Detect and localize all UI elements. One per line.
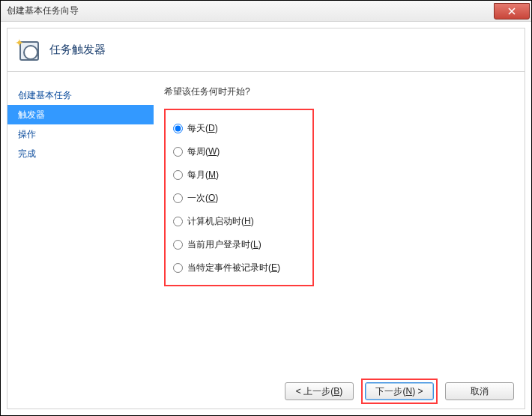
radio-input-weekly[interactable] xyxy=(173,147,183,157)
close-icon xyxy=(508,7,516,15)
task-scheduler-icon: ✦ xyxy=(16,38,40,62)
next-button-highlight: 下一步(N) > xyxy=(361,379,438,404)
sidebar-item-create-task[interactable]: 创建基本任务 xyxy=(7,85,154,105)
sidebar-item-finish[interactable]: 完成 xyxy=(7,144,154,163)
radio-weekly[interactable]: 每周(W) xyxy=(173,145,302,158)
radio-computer-start[interactable]: 计算机启动时(H) xyxy=(173,215,302,228)
radio-daily[interactable]: 每天(D) xyxy=(173,122,302,135)
radio-input-monthly[interactable] xyxy=(173,170,183,180)
back-button[interactable]: < 上一步(B) xyxy=(285,382,354,400)
content-frame: ✦ 任务触发器 创建基本任务 触发器 操作 完成 希望该任务何时开始? 每天(D… xyxy=(7,28,525,409)
radio-label-computer-start: 计算机启动时(H) xyxy=(187,215,254,228)
radio-input-user-logon[interactable] xyxy=(173,240,183,250)
radio-input-event-logged[interactable] xyxy=(173,263,183,273)
radio-once[interactable]: 一次(O) xyxy=(173,192,302,205)
radio-user-logon[interactable]: 当前用户登录时(L) xyxy=(173,238,302,251)
radio-label-once: 一次(O) xyxy=(187,192,218,205)
sidebar: 创建基本任务 触发器 操作 完成 xyxy=(7,72,154,374)
wizard-body: 创建基本任务 触发器 操作 完成 希望该任务何时开始? 每天(D) 每周(W) xyxy=(7,72,525,374)
sidebar-item-trigger[interactable]: 触发器 xyxy=(7,105,154,124)
cancel-button[interactable]: 取消 xyxy=(445,382,514,400)
radio-input-once[interactable] xyxy=(173,193,183,203)
next-button[interactable]: 下一步(N) > xyxy=(365,382,434,400)
trigger-question: 希望该任务何时开始? xyxy=(164,85,514,98)
close-button[interactable] xyxy=(494,3,530,19)
radio-label-event-logged: 当特定事件被记录时(E) xyxy=(187,262,280,274)
titlebar: 创建基本任务向导 xyxy=(1,1,531,22)
page-title: 任务触发器 xyxy=(49,43,106,57)
wizard-footer: < 上一步(B) 下一步(N) > 取消 xyxy=(7,374,525,409)
main-area: 希望该任务何时开始? 每天(D) 每周(W) 每月(M) xyxy=(154,72,525,374)
radio-label-monthly: 每月(M) xyxy=(187,169,219,181)
radio-monthly[interactable]: 每月(M) xyxy=(173,169,302,181)
wizard-header: ✦ 任务触发器 xyxy=(7,28,525,72)
radio-input-daily[interactable] xyxy=(173,124,183,133)
radio-label-weekly: 每周(W) xyxy=(187,145,220,158)
radio-input-computer-start[interactable] xyxy=(173,217,183,226)
radio-label-user-logon: 当前用户登录时(L) xyxy=(187,238,262,251)
wizard-window: 创建基本任务向导 ✦ 任务触发器 创建基本任务 触发器 操作 完成 xyxy=(0,0,532,416)
trigger-radio-group: 每天(D) 每周(W) 每月(M) 一次(O) xyxy=(164,109,314,286)
radio-event-logged[interactable]: 当特定事件被记录时(E) xyxy=(173,262,302,274)
window-title: 创建基本任务向导 xyxy=(7,4,79,17)
sidebar-item-action[interactable]: 操作 xyxy=(7,124,154,144)
radio-label-daily: 每天(D) xyxy=(187,122,218,135)
